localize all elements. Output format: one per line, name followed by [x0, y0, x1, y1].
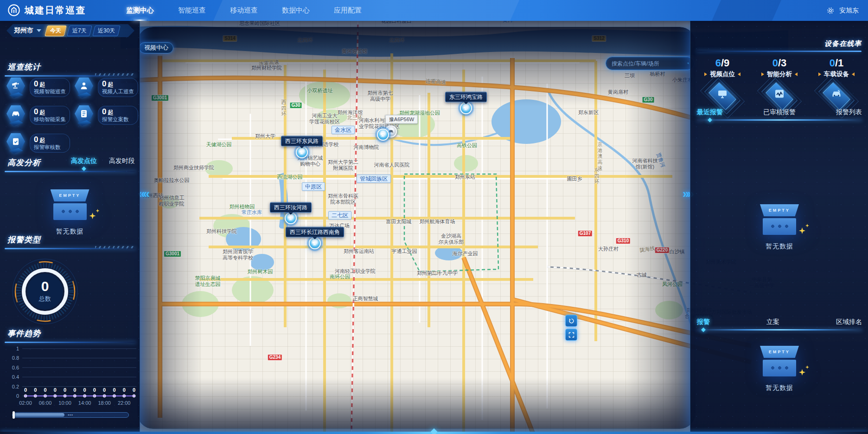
stat-unit: 起: [39, 109, 45, 116]
video-center-button[interactable]: 视频中心: [139, 42, 173, 53]
svg-text:0: 0: [34, 387, 37, 393]
stat-unit: 起: [108, 109, 113, 116]
case-empty-state: EMPTY 暂无数据: [690, 346, 868, 392]
fullscreen-icon[interactable]: [565, 329, 577, 341]
person-icon: [74, 77, 94, 98]
tab-区域排名[interactable]: 区域排名: [836, 318, 862, 329]
stat-card: 0起视频人工巡查: [74, 76, 138, 99]
empty-text: 暂无数据: [766, 242, 793, 251]
tab-最近报警[interactable]: 最近报警: [697, 108, 723, 119]
search-icon[interactable]: [687, 59, 689, 67]
analysis-tabs: 高发点位高发时段: [71, 157, 135, 168]
road-tag[interactable]: 东三环鸿宝路: [445, 92, 487, 103]
stat-label: 移动智能采集: [34, 116, 66, 123]
range-pill-label: 今天: [50, 27, 61, 35]
device-stat-value: 0/1: [830, 57, 844, 69]
nav-item-应用配置[interactable]: 应用配置: [333, 4, 363, 17]
search-input[interactable]: [611, 60, 684, 67]
stat-text: 0起报警审核数: [30, 134, 70, 153]
empty-box-illustration: EMPTY: [50, 189, 90, 220]
trend-scrollbar-selection[interactable]: [13, 413, 64, 417]
range-pill-近7天[interactable]: 近7天: [67, 26, 92, 36]
trend-scrollbar-handle[interactable]: [13, 411, 15, 419]
svg-text:0.8: 0.8: [12, 355, 19, 361]
tab-高发点位[interactable]: 高发点位: [71, 157, 97, 168]
stat-text: 0起视频人工巡查: [98, 78, 138, 97]
event-trend-chart: 10.80.60.40.20002:000006:000010:000014:0…: [4, 341, 139, 411]
tab-立案[interactable]: 立案: [766, 318, 779, 329]
tab-已审核报警[interactable]: 已审核报警: [763, 108, 796, 119]
device-stat-label: 智能分析: [761, 70, 798, 78]
stat-label: 报警审核数: [34, 144, 66, 151]
svg-text:0: 0: [73, 387, 76, 393]
top-bar: 城建日常巡查 监测中心智能巡查移动巡查数据中心应用配置 安旭东: [0, 0, 868, 21]
refresh-icon[interactable]: [565, 315, 577, 327]
case-tabs: 报警立案区域排名: [697, 318, 862, 329]
device-stat-value: 6/9: [715, 57, 730, 69]
patrol-car-icon: [6, 104, 26, 126]
svg-text:06:00: 06:00: [39, 400, 52, 406]
city-selector[interactable]: 郑州市: [14, 26, 41, 35]
stat-card: 0起移动智能采集: [6, 104, 70, 127]
empty-box-body: [763, 360, 796, 376]
analysis-section-title: 高发分析: [7, 157, 41, 168]
spark-icon: [799, 369, 805, 376]
range-pill-今天[interactable]: 今天: [45, 26, 67, 36]
empty-badge: EMPTY: [760, 346, 799, 358]
trend-section-title: 事件趋势: [7, 328, 41, 339]
nav-item-智能巡查[interactable]: 智能巡查: [177, 4, 207, 17]
app-logo: 城建日常巡查: [7, 4, 86, 17]
spark-icon: [799, 227, 805, 234]
svg-text:14:00: 14:00: [78, 400, 91, 406]
main-nav: 监测中心智能巡查移动巡查数据中心应用配置: [125, 0, 363, 21]
empty-badge: EMPTY: [760, 204, 799, 216]
map-controls: [565, 315, 577, 341]
tab-报警[interactable]: 报警: [697, 318, 710, 329]
trend-scrollbar[interactable]: •••: [12, 412, 129, 418]
range-pill-label: 近30天: [98, 27, 115, 35]
range-pill-近30天[interactable]: 近30天: [92, 26, 121, 36]
inspection-stats: 0起视频智能巡查0起视频人工巡查0起移动智能采集0起报警审核数0起报警立案数: [6, 76, 136, 155]
svg-text:1: 1: [16, 346, 19, 351]
empty-box-body: [763, 218, 796, 235]
svg-text:22:00: 22:00: [118, 400, 131, 406]
road-tag[interactable]: 西三环长江路西南角: [286, 227, 344, 238]
dashboard: S314S312G30G30G3001G3001G310G220G107G234…: [0, 0, 868, 434]
arrow-left-icon: [738, 72, 740, 76]
tab-报警列表[interactable]: 报警列表: [836, 108, 862, 119]
svg-text:0: 0: [64, 387, 66, 393]
spark-icon: [96, 209, 100, 213]
nav-item-监测中心[interactable]: 监测中心: [125, 4, 155, 17]
tab-高发时段[interactable]: 高发时段: [109, 157, 135, 168]
range-pills: 今天近7天近30天: [46, 26, 119, 36]
device-stats: 6/9视频点位0/3智能分析0/1车载设备: [695, 57, 864, 111]
user-name[interactable]: 安旭东: [839, 6, 859, 15]
svg-text:0: 0: [103, 387, 106, 393]
device-rate-title: 设备在线率: [824, 39, 862, 47]
range-pill-label: 近7天: [72, 27, 87, 35]
gear-icon[interactable]: [826, 6, 835, 15]
stat-unit: 起: [108, 81, 113, 88]
empty-badge: EMPTY: [51, 189, 89, 201]
road-tag[interactable]: 西三环东风路: [281, 136, 323, 147]
camera-marker[interactable]: [377, 129, 389, 141]
nav-item-移动巡查[interactable]: 移动巡查: [229, 4, 259, 17]
cctv-camera-icon: [6, 77, 26, 98]
svg-text:0: 0: [54, 387, 57, 393]
arrow-right-icon: [704, 72, 707, 76]
left-panel: 郑州市 今天近7天近30天 巡查统计 0起视频智能巡查0起视频人工巡查0起移动智…: [0, 21, 140, 434]
device-stat-total: /3: [778, 57, 786, 69]
svg-text:0.4: 0.4: [12, 374, 19, 380]
nav-item-数据中心[interactable]: 数据中心: [281, 4, 311, 17]
svg-text:02:00: 02:00: [19, 400, 32, 406]
device-stat-online: 0: [830, 57, 835, 69]
stat-label: 报警立案数: [102, 116, 134, 123]
svg-text:0.6: 0.6: [12, 365, 19, 370]
spark-icon: [89, 213, 96, 219]
vehicle-plate-tag[interactable]: 豫A6P56W: [385, 115, 418, 124]
svg-text:0: 0: [24, 387, 27, 393]
device-stat: 0/1车载设备: [809, 57, 864, 111]
device-stat-total: /1: [835, 57, 843, 69]
alarm-empty-state: EMPTY 暂无数据: [690, 204, 868, 251]
road-tag[interactable]: 西三环汝河路: [270, 202, 312, 213]
